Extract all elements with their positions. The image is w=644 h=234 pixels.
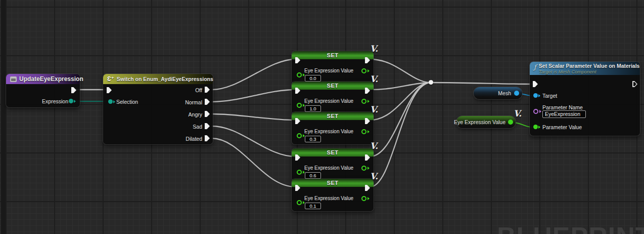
value-output-pin[interactable] xyxy=(361,68,366,73)
node-title: Switch on Enum_AydiEyeExpressions xyxy=(117,76,213,82)
set-header-label: SET xyxy=(327,180,339,186)
eye-value-variable-label: Eye Expression Value xyxy=(454,119,505,125)
node-header-set: SET xyxy=(292,148,374,157)
exec-output-pin-sad[interactable] xyxy=(205,123,210,129)
node-get-mesh[interactable]: Mesh xyxy=(474,87,522,99)
expression-output-pin[interactable] xyxy=(69,99,73,103)
parameter-value-input-pin[interactable] xyxy=(533,125,538,129)
node-set-eye-expression-3[interactable]: V. SET Eye Expression Value 0.3 xyxy=(292,112,374,144)
wire-set5-to-reroute xyxy=(370,83,430,187)
set-header-label: SET xyxy=(327,83,339,89)
case-label-dilated: Dilated xyxy=(186,136,202,142)
node-header-set: SET xyxy=(292,112,374,120)
value-input-pin[interactable] xyxy=(297,200,302,205)
value-input-pin[interactable] xyxy=(297,72,302,77)
value-pin-label: Eye Expression Value xyxy=(304,68,353,74)
parameter-value-label: Parameter Value xyxy=(542,124,582,130)
target-input-pin[interactable] xyxy=(533,93,538,98)
expression-pin-label: Expression xyxy=(42,98,68,104)
selection-pin-label: Selection xyxy=(116,99,138,105)
node-header-entry: UpdateEyeExpression xyxy=(6,74,80,84)
case-label-off: Off xyxy=(195,87,202,93)
exec-output-pin[interactable] xyxy=(71,87,76,93)
wire-angry-to-set3 xyxy=(212,114,296,120)
node-set-eye-expression-1[interactable]: V. SET Eye Expression Value 0.0 xyxy=(292,51,374,84)
case-label-sad: Sad xyxy=(193,124,202,130)
value-field[interactable]: 0.1 xyxy=(305,203,321,209)
variable-watermark-icon: V. xyxy=(514,109,522,118)
eye-value-output-pin[interactable] xyxy=(508,120,513,125)
node-header-set: SET xyxy=(292,179,374,187)
function-icon: ƒ xyxy=(534,62,536,71)
value-pin-label: Eye Expression Value xyxy=(304,196,353,202)
mesh-variable-label: Mesh xyxy=(498,90,511,96)
case-label-normal: Normal xyxy=(185,99,202,105)
value-field[interactable]: 0.0 xyxy=(305,75,321,82)
value-output-pin[interactable] xyxy=(361,196,366,201)
node-set-scalar-parameter-value[interactable]: ƒ Set Scalar Parameter Value on Material… xyxy=(530,62,640,136)
wire-reroute-to-function xyxy=(433,83,532,84)
wire-set1-to-reroute xyxy=(370,59,430,83)
exec-input-pin[interactable] xyxy=(533,81,538,87)
blueprint-canvas[interactable]: BLUEPRINT UpdateEyeExpression Expression… xyxy=(0,0,644,234)
exec-output-pin-dilated[interactable] xyxy=(205,135,210,141)
node-title: Set Scalar Parameter Value on Materials xyxy=(539,63,640,69)
value-output-pin[interactable] xyxy=(361,129,366,134)
case-label-angry: Angry xyxy=(189,111,202,118)
node-header-set: SET xyxy=(292,51,374,59)
mesh-output-pin[interactable] xyxy=(514,91,519,96)
value-field[interactable]: 1.0 xyxy=(305,105,321,112)
wire-dilated-to-set5 xyxy=(212,138,296,187)
value-pin-label: Eye Expression Value xyxy=(304,129,353,135)
wire-normal-to-set2 xyxy=(212,90,296,102)
value-input-pin[interactable] xyxy=(297,170,302,175)
switch-icon: Ɛ⁺ xyxy=(107,76,114,82)
exec-input-pin[interactable] xyxy=(107,87,112,93)
parameter-name-field[interactable]: EyeExpression xyxy=(542,110,586,118)
wire-set4-to-reroute xyxy=(370,83,430,157)
value-field[interactable]: 0.3 xyxy=(305,136,321,142)
node-subtitle: Target is Mesh Component xyxy=(539,69,640,74)
node-get-eye-expression-value[interactable]: V. Eye Expression Value xyxy=(456,116,516,128)
node-set-eye-expression-5[interactable]: V. SET Eye Expression Value 0.1 xyxy=(292,179,374,211)
node-switch-on-enum[interactable]: Ɛ⁺ Switch on Enum_AydiEyeExpressions Sel… xyxy=(103,74,213,144)
exec-output-pin[interactable] xyxy=(632,81,637,87)
value-output-pin[interactable] xyxy=(361,99,366,104)
selection-input-pin[interactable] xyxy=(108,99,113,104)
set-header-label: SET xyxy=(327,113,339,119)
node-header-switch: Ɛ⁺ Switch on Enum_AydiEyeExpressions xyxy=(103,74,213,84)
value-input-pin[interactable] xyxy=(297,133,302,138)
parameter-name-label: Parameter Name xyxy=(542,104,583,110)
node-title: UpdateEyeExpression xyxy=(19,75,83,83)
value-input-pin[interactable] xyxy=(297,103,302,108)
set-header-label: SET xyxy=(327,149,339,155)
node-set-eye-expression-2[interactable]: V. SET Eye Expression Value 1.0 xyxy=(292,82,374,114)
target-pin-label: Target xyxy=(542,93,557,99)
exec-output-pin-angry[interactable] xyxy=(205,111,210,117)
set-header-label: SET xyxy=(327,52,339,58)
node-header-set: SET xyxy=(292,82,374,90)
node-update-eye-expression[interactable]: UpdateEyeExpression Expression xyxy=(6,74,80,107)
node-header-function: ƒ Set Scalar Parameter Value on Material… xyxy=(530,62,640,75)
function-entry-icon xyxy=(10,76,17,82)
wire-off-to-set1 xyxy=(212,59,296,90)
value-output-pin[interactable] xyxy=(361,166,366,171)
exec-output-pin-off[interactable] xyxy=(205,87,210,93)
node-set-eye-expression-4[interactable]: V. SET Eye Expression Value 0.6 xyxy=(292,148,374,181)
value-field[interactable]: 0.6 xyxy=(305,172,321,179)
value-pin-label: Eye Expression Value xyxy=(304,165,353,171)
parameter-name-input-pin[interactable] xyxy=(533,109,538,114)
exec-output-pin-normal[interactable] xyxy=(205,99,210,105)
value-pin-label: Eye Expression Value xyxy=(304,98,353,104)
reroute-node[interactable] xyxy=(429,80,433,85)
